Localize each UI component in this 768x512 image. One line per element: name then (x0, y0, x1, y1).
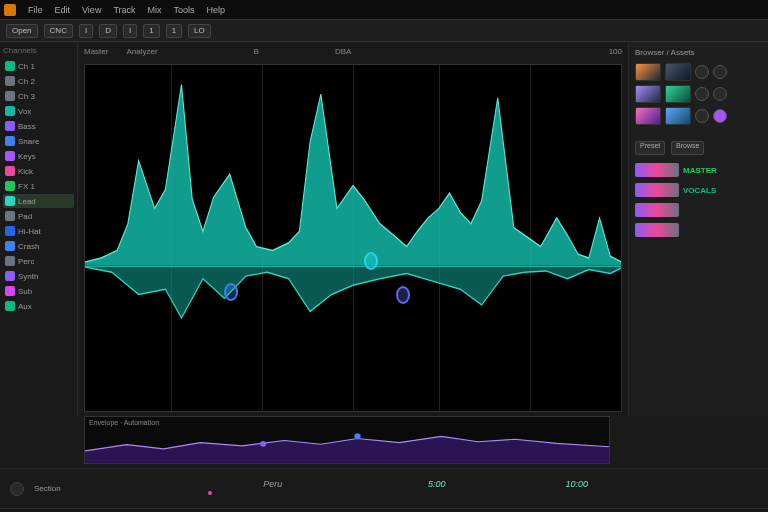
channel-label: Synth (18, 272, 38, 281)
thumb-ctrl-4[interactable] (713, 87, 727, 101)
channel-row-8[interactable]: FX 1 (3, 179, 74, 193)
channel-swatch (5, 151, 15, 161)
channel-row-2[interactable]: Ch 3 (3, 89, 74, 103)
tab-master[interactable]: Master (84, 47, 108, 56)
menu-mix[interactable]: Mix (148, 5, 162, 15)
preset-row: Preset Browse (635, 139, 762, 155)
clip-label: MASTER (683, 166, 717, 175)
clip-row-3[interactable] (635, 221, 762, 239)
channel-row-12[interactable]: Crash (3, 239, 74, 253)
channel-row-5[interactable]: Snare (3, 134, 74, 148)
menu-tools[interactable]: Tools (174, 5, 195, 15)
asset-thumb-5[interactable] (635, 107, 661, 125)
tool-cnc[interactable]: CNC (44, 24, 73, 38)
zero-line (85, 266, 621, 267)
thumb-ctrl-2[interactable] (713, 65, 727, 79)
menu-track[interactable]: Track (113, 5, 135, 15)
svg-point-1 (354, 433, 360, 439)
channel-row-11[interactable]: Hi-Hat (3, 224, 74, 238)
clip-thumb (635, 223, 679, 237)
thumb-ctrl-1[interactable] (695, 65, 709, 79)
asset-thumb-1[interactable] (635, 63, 661, 81)
menu-view[interactable]: View (82, 5, 101, 15)
channel-swatch (5, 106, 15, 116)
channel-label: Ch 3 (18, 92, 35, 101)
play-icon[interactable] (10, 482, 24, 496)
field-b[interactable]: B (254, 47, 259, 56)
channel-row-10[interactable]: Pad (3, 209, 74, 223)
thumb-row-2 (635, 85, 762, 103)
channel-swatch (5, 241, 15, 251)
channel-swatch (5, 136, 15, 146)
envelope-lane[interactable]: Envelope · Automation (84, 416, 610, 464)
channel-label: Keys (18, 152, 36, 161)
field-dba[interactable]: DBA (335, 47, 351, 56)
zoom-value[interactable]: 100 (609, 47, 622, 56)
tab-analyzer[interactable]: Analyzer (126, 47, 157, 56)
channel-swatch (5, 91, 15, 101)
channel-swatch (5, 211, 15, 221)
clip-row-2[interactable] (635, 201, 762, 219)
channel-label: Snare (18, 137, 39, 146)
tool-4[interactable]: D (99, 24, 117, 38)
channel-label: Bass (18, 122, 36, 131)
tool-5[interactable]: I (123, 24, 137, 38)
section-label: Section (34, 484, 61, 493)
tool-open[interactable]: Open (6, 24, 38, 38)
marker-2[interactable] (364, 252, 378, 270)
tool-6[interactable]: 1 (143, 24, 159, 38)
channel-row-1[interactable]: Ch 2 (3, 74, 74, 88)
channel-label: Pad (18, 212, 32, 221)
channel-swatch (5, 271, 15, 281)
menu-file[interactable]: File (28, 5, 43, 15)
channel-row-14[interactable]: Synth (3, 269, 74, 283)
waveform-panel: Master Analyzer B DBA 100 (78, 42, 628, 416)
status-footer: 1.0 00:00 120.0 4/4 LES 0 · Loop Off (0, 508, 768, 512)
main-area: Channels Ch 1Ch 2Ch 3VoxBassSnareKeysKic… (0, 42, 768, 416)
asset-thumb-2[interactable] (665, 63, 691, 81)
channel-label: Vox (18, 107, 31, 116)
channel-row-3[interactable]: Vox (3, 104, 74, 118)
thumb-ctrl-5[interactable] (695, 109, 709, 123)
timeline-time-1: 5:00 (428, 479, 446, 489)
channel-row-13[interactable]: Perc (3, 254, 74, 268)
timeline-track[interactable]: Peru 5:00 10:00 (71, 469, 758, 508)
channel-label: Ch 1 (18, 62, 35, 71)
channel-swatch (5, 121, 15, 131)
menu-edit[interactable]: Edit (55, 5, 71, 15)
thumb-ctrl-3[interactable] (695, 87, 709, 101)
toolbar: Open CNC I D I 1 1 LO (0, 20, 768, 42)
channel-swatch (5, 166, 15, 176)
channel-row-4[interactable]: Bass (3, 119, 74, 133)
right-panel: Browser / Assets Preset Browse MASTERVOC… (628, 42, 768, 416)
waveform-display[interactable] (84, 64, 622, 412)
channel-row-9[interactable]: Lead (3, 194, 74, 208)
menu-help[interactable]: Help (207, 5, 226, 15)
channel-row-7[interactable]: Kick (3, 164, 74, 178)
browse-button[interactable]: Browse (671, 141, 704, 155)
timeline-peru: Peru (263, 479, 282, 489)
clip-row-1[interactable]: VOCALS (635, 181, 762, 199)
timeline-marker-1[interactable] (208, 491, 212, 495)
menubar: File Edit View Track Mix Tools Help (0, 0, 768, 20)
clip-thumb (635, 163, 679, 177)
clip-row-0[interactable]: MASTER (635, 161, 762, 179)
channel-row-0[interactable]: Ch 1 (3, 59, 74, 73)
preset-button[interactable]: Preset (635, 141, 665, 155)
channel-label: Kick (18, 167, 33, 176)
tool-8[interactable]: LO (188, 24, 211, 38)
asset-thumb-4[interactable] (665, 85, 691, 103)
waveform-header: Master Analyzer B DBA 100 (78, 42, 628, 60)
asset-thumb-6[interactable] (665, 107, 691, 125)
channel-row-15[interactable]: Sub (3, 284, 74, 298)
thumb-ctrl-6[interactable] (713, 109, 727, 123)
channel-label: Crash (18, 242, 39, 251)
tool-7[interactable]: 1 (166, 24, 182, 38)
tool-3[interactable]: I (79, 24, 93, 38)
channel-row-16[interactable]: Aux (3, 299, 74, 313)
app-icon (4, 4, 16, 16)
thumb-row-1 (635, 63, 762, 81)
channel-row-6[interactable]: Keys (3, 149, 74, 163)
channel-swatch (5, 226, 15, 236)
asset-thumb-3[interactable] (635, 85, 661, 103)
